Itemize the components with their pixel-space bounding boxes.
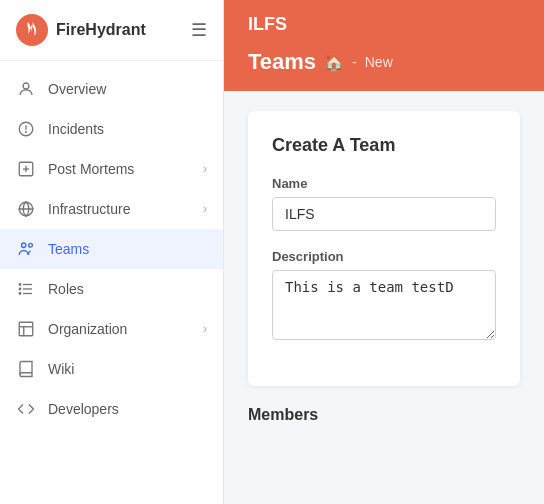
sidebar: FireHydrant ☰ Overview Incidents Post Mo… (0, 0, 224, 504)
sidebar-item-infrastructure-label: Infrastructure (48, 201, 130, 217)
person-circle-icon (16, 79, 36, 99)
sidebar-item-incidents[interactable]: Incidents (0, 109, 223, 149)
sidebar-item-teams[interactable]: Teams (0, 229, 223, 269)
breadcrumb-page-title: Teams (248, 49, 316, 75)
chevron-right-icon: › (203, 162, 207, 176)
sidebar-item-wiki[interactable]: Wiki (0, 349, 223, 389)
sidebar-item-post-mortems[interactable]: Post Mortems › (0, 149, 223, 189)
description-field-group: Description This is a team testD (272, 249, 496, 344)
sidebar-item-post-mortems-label: Post Mortems (48, 161, 134, 177)
svg-point-14 (19, 284, 21, 286)
sidebar-item-teams-label: Teams (48, 241, 89, 257)
sidebar-nav: Overview Incidents Post Mortems › Infras… (0, 61, 223, 504)
sidebar-item-infrastructure[interactable]: Infrastructure › (0, 189, 223, 229)
name-field-group: Name (272, 176, 496, 231)
sidebar-item-overview-label: Overview (48, 81, 106, 97)
home-icon[interactable]: 🏠 (324, 53, 344, 72)
svg-point-9 (22, 243, 27, 248)
svg-rect-17 (19, 322, 33, 336)
hamburger-icon[interactable]: ☰ (191, 19, 207, 41)
svg-point-10 (29, 243, 33, 247)
card-title: Create A Team (272, 135, 496, 156)
description-label: Description (272, 249, 496, 264)
content-area: Create A Team Name Description This is a… (224, 91, 544, 504)
svg-point-1 (23, 83, 29, 89)
top-bar-title: ILFS (248, 14, 287, 34)
sidebar-item-roles[interactable]: Roles (0, 269, 223, 309)
description-textarea[interactable]: This is a team testD (272, 270, 496, 340)
chevron-right-icon: › (203, 322, 207, 336)
sidebar-item-developers[interactable]: Developers (0, 389, 223, 429)
sidebar-header: FireHydrant ☰ (0, 0, 223, 61)
sidebar-item-wiki-label: Wiki (48, 361, 74, 377)
code-icon (16, 399, 36, 419)
globe-icon (16, 199, 36, 219)
breadcrumb-separator: - (352, 54, 357, 70)
svg-point-0 (16, 14, 48, 46)
plus-square-icon (16, 159, 36, 179)
book-icon (16, 359, 36, 379)
sidebar-item-roles-label: Roles (48, 281, 84, 297)
sidebar-item-overview[interactable]: Overview (0, 69, 223, 109)
main-content: ILFS Teams 🏠 - New Create A Team Name De… (224, 0, 544, 504)
svg-point-15 (19, 288, 21, 290)
breadcrumb-new-link[interactable]: New (365, 54, 393, 70)
members-section: Members (248, 406, 520, 424)
svg-point-16 (19, 293, 21, 295)
top-bar: ILFS (224, 0, 544, 49)
breadcrumb-bar: Teams 🏠 - New (224, 49, 544, 91)
warning-circle-icon (16, 119, 36, 139)
members-title: Members (248, 406, 520, 424)
chevron-right-icon: › (203, 202, 207, 216)
name-label: Name (272, 176, 496, 191)
svg-point-4 (26, 132, 27, 133)
list-icon (16, 279, 36, 299)
building-icon (16, 319, 36, 339)
sidebar-item-developers-label: Developers (48, 401, 119, 417)
people-icon (16, 239, 36, 259)
sidebar-item-organization-label: Organization (48, 321, 127, 337)
sidebar-item-incidents-label: Incidents (48, 121, 104, 137)
name-input[interactable] (272, 197, 496, 231)
sidebar-item-organization[interactable]: Organization › (0, 309, 223, 349)
logo-area: FireHydrant (16, 14, 146, 46)
create-team-card: Create A Team Name Description This is a… (248, 111, 520, 386)
logo-text: FireHydrant (56, 21, 146, 39)
firehydrant-logo-icon (16, 14, 48, 46)
